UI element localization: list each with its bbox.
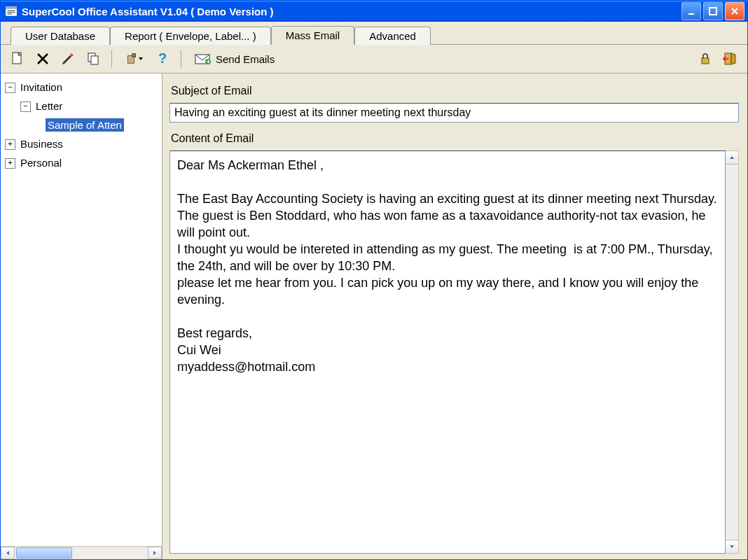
toolbar-separator [111, 50, 112, 68]
subject-label: Subject of Email [171, 85, 739, 97]
content-vertical-scrollbar[interactable] [726, 150, 739, 554]
svg-rect-1 [6, 6, 17, 8]
svg-rect-5 [688, 13, 694, 15]
scroll-thumb[interactable] [16, 547, 72, 559]
help-button[interactable]: ? [151, 48, 174, 70]
tree-node-invitation[interactable]: −Invitation [2, 78, 160, 97]
new-button[interactable] [6, 48, 29, 70]
svg-rect-4 [7, 13, 12, 14]
template-tree[interactable]: −Invitation −Letter Sample of Atten +Bus… [1, 74, 162, 546]
window-controls [681, 2, 744, 20]
tab-user-database[interactable]: User Database [11, 27, 110, 45]
tab-advanced[interactable]: Advanced [354, 27, 431, 45]
maximize-button[interactable] [703, 2, 723, 20]
window-title: SuperCool Office Assistant V1.04 ( Demo … [22, 6, 681, 18]
svg-rect-10 [91, 56, 98, 64]
settings-button[interactable] [119, 48, 148, 70]
tab-mass-email[interactable]: Mass Email [271, 26, 355, 45]
tree-horizontal-scrollbar[interactable] [1, 546, 162, 559]
expand-icon[interactable]: + [5, 139, 15, 150]
scroll-up-button[interactable] [726, 151, 738, 164]
scroll-track[interactable] [726, 164, 738, 540]
envelope-icon [195, 52, 212, 66]
send-emails-button[interactable]: Send Emails [188, 48, 281, 70]
copy-button[interactable] [82, 48, 104, 70]
template-tree-pane: −Invitation −Letter Sample of Atten +Bus… [1, 74, 162, 559]
main-tabs: User Database Report ( Envelope, Label..… [1, 22, 747, 45]
svg-rect-2 [7, 10, 15, 11]
content-textarea[interactable] [169, 150, 726, 554]
app-window: SuperCool Office Assistant V1.04 ( Demo … [0, 0, 748, 560]
content-label: Content of Email [171, 132, 739, 145]
tab-report[interactable]: Report ( Envelope, Label... ) [110, 27, 271, 45]
lock-button[interactable] [694, 48, 716, 70]
exit-button[interactable] [719, 48, 742, 70]
tree-node-business[interactable]: +Business [2, 134, 160, 153]
svg-text:?: ? [158, 51, 167, 66]
scroll-down-button[interactable] [726, 540, 738, 553]
email-form: Subject of Email Content of Email [162, 74, 747, 559]
main-body: −Invitation −Letter Sample of Atten +Bus… [1, 74, 747, 559]
toolbar-separator [181, 50, 181, 68]
minimize-button[interactable] [681, 2, 701, 20]
scroll-track[interactable] [15, 547, 148, 559]
svg-rect-15 [702, 58, 709, 64]
svg-rect-11 [132, 54, 136, 57]
expand-icon[interactable]: + [5, 158, 15, 169]
tree-node-personal[interactable]: +Personal [2, 153, 160, 172]
svg-rect-3 [7, 12, 15, 13]
send-emails-label: Send Emails [216, 53, 275, 65]
tree-node-letter[interactable]: −Letter [2, 97, 160, 115]
edit-button[interactable] [57, 48, 79, 70]
close-button[interactable] [725, 2, 744, 20]
app-icon [5, 5, 18, 18]
titlebar: SuperCool Office Assistant V1.04 ( Demo … [1, 1, 747, 22]
collapse-icon[interactable]: − [5, 83, 15, 93]
scroll-right-button[interactable] [148, 547, 162, 559]
delete-button[interactable] [32, 48, 54, 70]
svg-rect-6 [709, 8, 716, 15]
tree-node-sample-of-attendance[interactable]: Sample of Atten [2, 115, 160, 134]
collapse-icon[interactable]: − [20, 102, 31, 112]
toolbar: ? Send Emails [1, 45, 747, 74]
scroll-left-button[interactable] [1, 547, 15, 559]
subject-input[interactable] [169, 103, 739, 122]
